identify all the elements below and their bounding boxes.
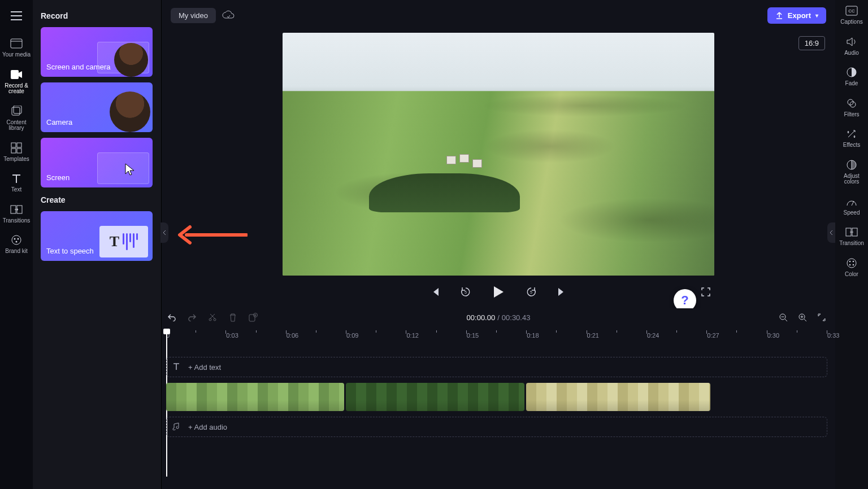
svg-rect-0	[11, 39, 22, 48]
card-label: Screen and camera	[46, 63, 110, 71]
right-item-fade[interactable]: Fade	[836, 66, 867, 87]
svg-point-31	[847, 259, 856, 268]
captions-icon: CC	[845, 5, 858, 17]
chevron-down-icon: ▾	[815, 12, 818, 19]
sidebar-item-label: Transitions	[3, 218, 31, 224]
video-clip[interactable]	[346, 383, 524, 411]
svg-point-11	[14, 238, 16, 240]
stage: 16:9 5 5 ?	[162, 30, 835, 308]
timecode-current: 00:00.00	[467, 313, 496, 322]
record-create-panel: Record Screen and camera Camera Screen C…	[33, 0, 162, 489]
ruler[interactable]: 00:030:060:090:120:150:180:210:240:270:3…	[166, 332, 827, 347]
expand-right-panel-button[interactable]	[827, 222, 835, 243]
right-item-audio[interactable]: Audio	[836, 36, 867, 56]
timecode-sep: /	[497, 313, 500, 322]
text-icon	[10, 172, 23, 185]
sidebar-item-transitions[interactable]: Transitions	[1, 203, 32, 224]
right-item-effects[interactable]: Effects	[836, 128, 867, 149]
transport-controls: 5 5 ?	[283, 276, 714, 308]
timecode: 00:00.00 / 00:30.43	[467, 313, 531, 322]
forward-5-button[interactable]: 5	[524, 285, 539, 299]
undo-button[interactable]	[166, 312, 177, 323]
ruler-tick: 0:27	[707, 332, 719, 339]
ruler-tick: 0:09	[346, 332, 358, 339]
sidebar-item-text[interactable]: Text	[1, 172, 32, 193]
svg-point-32	[849, 260, 851, 262]
hamburger-icon	[11, 11, 22, 20]
sidebar-item-label: Your media	[2, 52, 31, 58]
card-text-to-speech[interactable]: T Text to speech	[41, 211, 153, 261]
hamburger-menu[interactable]	[5, 5, 28, 27]
project-title[interactable]: My video	[171, 8, 216, 23]
right-item-label: Effects	[843, 142, 860, 149]
ruler-tick: 0:24	[647, 332, 659, 339]
sidebar-item-brand-kit[interactable]: Brand kit	[1, 234, 32, 255]
ruler-tick: 0:21	[587, 332, 599, 339]
audio-icon	[845, 36, 858, 48]
brand-kit-icon	[10, 234, 23, 246]
right-item-label: Fade	[845, 81, 858, 87]
fullscreen-button[interactable]	[698, 285, 713, 299]
right-item-transition[interactable]: Transition	[836, 226, 867, 247]
play-button[interactable]	[489, 282, 508, 302]
card-label: Screen	[46, 173, 70, 182]
effects-icon	[845, 128, 858, 140]
right-item-filters[interactable]: Filters	[836, 97, 867, 118]
video-track[interactable]	[166, 383, 827, 411]
card-camera[interactable]: Camera	[41, 82, 153, 132]
right-item-adjust-colors[interactable]: Adjust colors	[836, 159, 867, 185]
record-heading: Record	[41, 11, 154, 20]
right-item-label: Transition	[839, 241, 864, 247]
rewind-5-button[interactable]: 5	[458, 285, 473, 299]
ruler-tick: 0:33	[827, 332, 839, 339]
card-screen-and-camera[interactable]: Screen and camera	[41, 27, 153, 77]
right-item-label: Filters	[844, 112, 859, 118]
cloud-sync-icon[interactable]	[220, 7, 236, 23]
svg-rect-19	[249, 315, 255, 321]
right-item-speed[interactable]: Speed	[836, 195, 867, 216]
split-button	[207, 312, 218, 323]
fade-icon	[845, 66, 858, 78]
zoom-fit-button[interactable]	[816, 312, 827, 323]
sidebar-item-label: Text	[11, 187, 21, 193]
svg-point-13	[16, 241, 18, 243]
aspect-ratio-button[interactable]: 16:9	[798, 36, 825, 50]
card-label: Camera	[46, 118, 72, 126]
sidebar-item-content-library[interactable]: Content library	[1, 105, 32, 132]
ruler-tick: 0:30	[767, 332, 779, 339]
card-screen[interactable]: Screen	[41, 138, 153, 187]
media-icon	[10, 37, 23, 50]
svg-rect-3	[14, 106, 21, 113]
svg-rect-4	[11, 143, 16, 147]
video-preview[interactable]	[283, 33, 714, 276]
svg-point-10	[12, 235, 21, 244]
ruler-tick: 0:06	[287, 332, 298, 339]
svg-point-34	[849, 264, 851, 265]
skip-start-button[interactable]	[428, 285, 442, 299]
timeline-toolbar: 00:00.00 / 00:30.43	[166, 312, 827, 323]
right-item-color[interactable]: Color	[836, 257, 867, 278]
export-button[interactable]: Export ▾	[767, 7, 826, 24]
audio-track[interactable]: + Add audio	[166, 417, 827, 437]
add-audio-label: + Add audio	[188, 423, 227, 431]
transition-icon	[845, 226, 858, 238]
video-clip[interactable]	[526, 383, 710, 411]
add-clip-button	[248, 312, 259, 323]
svg-rect-1	[11, 70, 19, 79]
zoom-in-button[interactable]	[797, 312, 808, 323]
sidebar-item-templates[interactable]: Templates	[1, 142, 32, 163]
text-track[interactable]: + Add text	[166, 357, 827, 377]
text-icon	[172, 363, 181, 372]
create-heading: Create	[41, 195, 154, 204]
sidebar-item-your-media[interactable]: Your media	[1, 37, 32, 58]
skip-end-button[interactable]	[554, 285, 569, 299]
sidebar-item-record-create[interactable]: Record & create	[1, 68, 32, 95]
ruler-tick: 0:18	[527, 332, 539, 339]
ruler-tick: 0:15	[467, 332, 479, 339]
right-item-captions[interactable]: CC Captions	[836, 5, 867, 25]
svg-text:CC: CC	[848, 8, 855, 14]
video-clip[interactable]	[166, 383, 344, 411]
zoom-out-button[interactable]	[778, 312, 789, 323]
svg-point-35	[853, 264, 854, 265]
right-item-label: Adjust colors	[836, 173, 867, 185]
